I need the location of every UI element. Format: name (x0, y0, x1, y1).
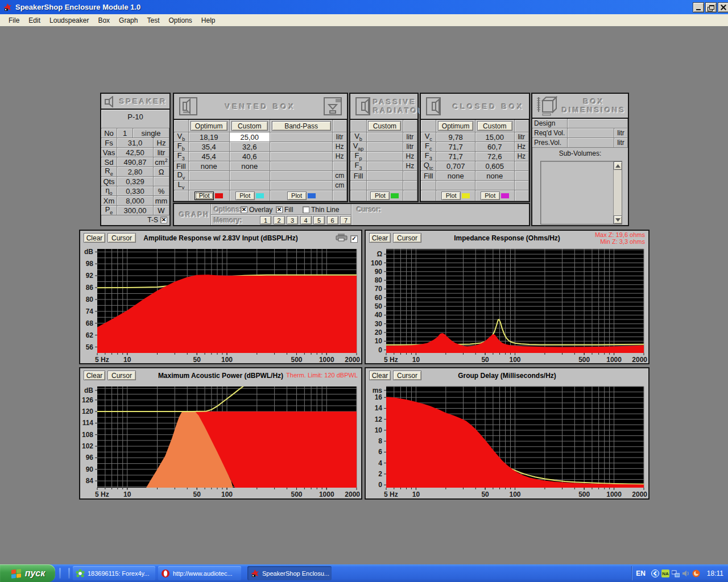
memory-button-5[interactable]: 5 (313, 216, 325, 225)
speaker-row-value[interactable]: 490,87 (117, 157, 154, 167)
speaker-row-value[interactable]: 31,0 (117, 138, 154, 148)
vented-optimum-button[interactable]: Optimum (191, 121, 228, 131)
boxdim-row-value[interactable] (568, 119, 628, 128)
boxdim-row-value[interactable] (568, 128, 614, 138)
memory-button-4[interactable]: 4 (300, 216, 312, 225)
subvolumes-listbox[interactable] (540, 161, 622, 225)
closed-value[interactable]: 72,6 (475, 152, 515, 161)
vented-value[interactable] (270, 152, 333, 161)
closed-plot-optimum-button[interactable]: Plot (441, 192, 461, 200)
closed-value[interactable]: none (436, 171, 475, 181)
closed-value[interactable]: 60,7 (475, 142, 515, 152)
closed-value[interactable]: 0,707 (436, 161, 475, 171)
speaker-row-value[interactable]: 42,50 (117, 148, 154, 157)
speaker-row-value[interactable]: 0,330 (117, 186, 154, 196)
scroll-down-button[interactable] (614, 215, 622, 224)
vented-value[interactable] (230, 181, 270, 190)
closed-value[interactable]: 15,00 (475, 132, 515, 142)
passive-value[interactable] (367, 142, 403, 152)
closed-custom-button[interactable]: Custom (477, 121, 512, 131)
passive-value[interactable] (367, 171, 403, 181)
passive-plot-custom-button[interactable]: Plot (370, 192, 390, 200)
scroll-up-button[interactable] (614, 161, 622, 170)
quicklaunch-grip[interactable] (59, 568, 61, 579)
closed-value[interactable] (436, 181, 475, 190)
ts-checkbox[interactable]: ✕ (160, 217, 167, 223)
vented-value[interactable]: none (230, 161, 270, 171)
option-overlay[interactable]: ✕Overlay (241, 206, 272, 214)
closed-value[interactable]: 9,78 (436, 132, 475, 142)
passive-value[interactable] (367, 132, 403, 142)
vented-value[interactable] (189, 181, 230, 190)
menu-loudspeaker[interactable]: Loudspeaker (45, 15, 93, 26)
close-button[interactable] (718, 2, 728, 13)
thin-line-checkbox[interactable] (303, 206, 309, 213)
overlay-checkbox[interactable]: ✕ (241, 206, 247, 213)
vented-value[interactable] (230, 171, 270, 181)
fill-checkbox[interactable]: ✕ (276, 206, 283, 213)
vented-value[interactable]: 25,00 (230, 132, 270, 142)
memory-button-7[interactable]: 7 (340, 216, 351, 225)
amplitude-print-checkbox[interactable]: ✓ (350, 235, 358, 243)
menu-graph[interactable]: Graph (114, 15, 142, 26)
speaker-row-value[interactable]: 300,00 (117, 206, 154, 215)
memory-button-3[interactable]: 3 (287, 216, 298, 225)
speaker-row-value[interactable]: 8,000 (117, 196, 154, 206)
vented-value[interactable]: 45,4 (189, 152, 230, 161)
speaker-single-value[interactable]: single (133, 128, 169, 138)
restore-button[interactable] (705, 2, 717, 13)
passive-custom-button[interactable]: Custom (368, 121, 401, 131)
vented-plot-custom-button[interactable]: Plot (235, 192, 255, 200)
passive-value[interactable] (367, 181, 403, 190)
network-icon[interactable] (672, 569, 680, 577)
closed-optimum-button[interactable]: Optimum (438, 121, 473, 131)
closed-value[interactable]: 71,7 (436, 152, 475, 161)
vented-value[interactable]: 40,6 (230, 152, 270, 161)
speaker-row-value[interactable]: 2,80 (117, 167, 154, 177)
vented-value[interactable]: 32,6 (230, 142, 270, 152)
vented-value[interactable]: 18,19 (189, 132, 230, 142)
vented-plot-optimum-button[interactable]: Plot (195, 192, 214, 200)
quicklaunch-grip-2[interactable] (68, 568, 70, 579)
closed-value[interactable]: 0,605 (475, 161, 515, 171)
minimize-button[interactable] (693, 2, 704, 13)
printer-icon[interactable] (336, 234, 348, 244)
taskbar-task-1[interactable]: 183696115: Forex4y... (73, 566, 155, 580)
passive-value[interactable] (367, 152, 403, 161)
taskbar-task-3[interactable]: SpeakerShop Enclosu... (247, 566, 332, 580)
start-button[interactable]: пуск (0, 564, 55, 582)
option-fill[interactable]: ✕Fill (276, 206, 293, 214)
vented-value[interactable] (270, 171, 333, 181)
language-indicator[interactable]: EN (636, 569, 646, 577)
vented-bandpass-button[interactable]: Band-Pass (272, 121, 331, 131)
vented-value[interactable] (189, 171, 230, 181)
vented-value[interactable] (270, 181, 333, 190)
menu-options[interactable]: Options (164, 15, 196, 26)
vented-value[interactable]: 35,4 (189, 142, 230, 152)
menu-edit[interactable]: Edit (24, 15, 45, 26)
memory-button-2[interactable]: 2 (274, 216, 285, 225)
closed-value[interactable]: none (475, 171, 515, 181)
agent-icon[interactable] (692, 569, 700, 577)
subvolumes-scrollbar[interactable] (613, 161, 622, 224)
memory-button-6[interactable]: 6 (327, 216, 338, 225)
menu-test[interactable]: Test (142, 15, 164, 26)
boxdim-row-value[interactable] (568, 138, 614, 148)
menu-box[interactable]: Box (93, 15, 114, 26)
menu-help[interactable]: Help (197, 15, 220, 26)
na-icon[interactable]: NA (661, 569, 669, 577)
volume-icon[interactable] (682, 569, 690, 577)
taskbar-task-2[interactable]: http://www.audiotec... (158, 566, 241, 580)
vented-value[interactable]: none (189, 161, 230, 171)
speaker-row-value[interactable]: 0,329 (117, 177, 154, 186)
closed-value[interactable]: 71,7 (436, 142, 475, 152)
speaker-name-box[interactable]: P-10 (101, 110, 169, 128)
vented-value[interactable] (270, 161, 333, 171)
memory-button-1[interactable]: 1 (260, 216, 271, 225)
option-thin-line[interactable]: Thin Line (303, 206, 339, 214)
vented-value[interactable] (270, 142, 333, 152)
speaker-no-value[interactable]: 1 (117, 128, 133, 138)
vented-custom-button[interactable]: Custom (231, 121, 268, 131)
closed-value[interactable] (475, 181, 515, 190)
vented-plot-band-pass-button[interactable]: Plot (287, 192, 307, 200)
